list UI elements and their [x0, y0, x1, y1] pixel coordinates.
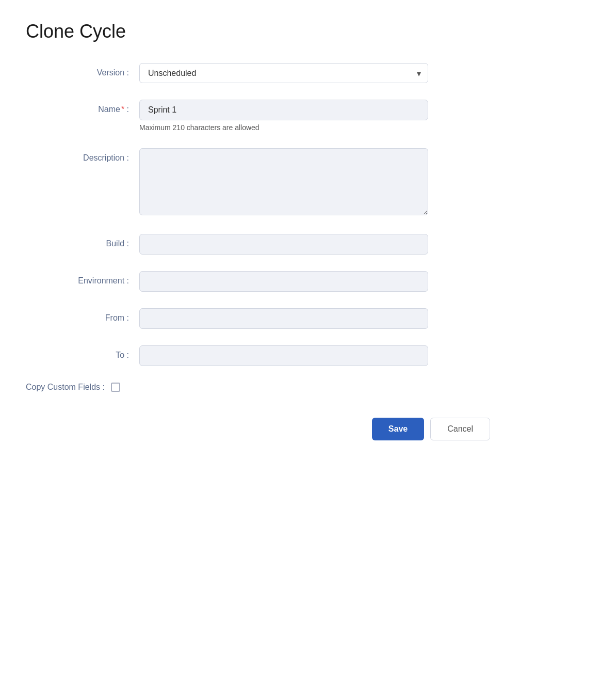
from-row: From :: [26, 308, 490, 329]
version-select-wrapper: Unscheduled v1.0 v2.0 v3.0: [139, 63, 428, 83]
build-label: Build :: [26, 234, 139, 248]
name-label: Name* :: [26, 100, 139, 114]
description-field: [139, 148, 428, 217]
name-hint: Maximum 210 characters are allowed: [139, 123, 428, 132]
description-row: Description :: [26, 148, 490, 217]
version-label: Version :: [26, 63, 139, 77]
version-row: Version : Unscheduled v1.0 v2.0 v3.0: [26, 63, 490, 83]
from-label: From :: [26, 308, 139, 323]
from-field: [139, 308, 428, 329]
button-row: Save Cancel: [26, 418, 490, 440]
clone-cycle-form: Version : Unscheduled v1.0 v2.0 v3.0 Nam…: [26, 63, 490, 440]
to-row: To :: [26, 345, 490, 366]
page-title: Clone Cycle: [26, 21, 590, 42]
version-select[interactable]: Unscheduled v1.0 v2.0 v3.0: [139, 63, 428, 83]
name-field: Maximum 210 characters are allowed: [139, 100, 428, 132]
build-input[interactable]: [139, 234, 428, 255]
to-field: [139, 345, 428, 366]
cancel-button[interactable]: Cancel: [430, 418, 490, 440]
build-field: [139, 234, 428, 255]
from-input[interactable]: [139, 308, 428, 329]
description-input[interactable]: [139, 148, 428, 215]
copy-custom-fields-row: Copy Custom Fields :: [26, 383, 490, 392]
name-row: Name* : Maximum 210 characters are allow…: [26, 100, 490, 132]
copy-custom-fields-checkbox[interactable]: [111, 383, 120, 392]
copy-custom-fields-label: Copy Custom Fields :: [26, 383, 105, 392]
to-input[interactable]: [139, 345, 428, 366]
environment-label: Environment :: [26, 271, 139, 286]
description-label: Description :: [26, 148, 139, 163]
save-button[interactable]: Save: [372, 418, 424, 440]
environment-field: [139, 271, 428, 292]
environment-input[interactable]: [139, 271, 428, 292]
name-input[interactable]: [139, 100, 428, 120]
to-label: To :: [26, 345, 139, 360]
environment-row: Environment :: [26, 271, 490, 292]
version-field: Unscheduled v1.0 v2.0 v3.0: [139, 63, 428, 83]
build-row: Build :: [26, 234, 490, 255]
